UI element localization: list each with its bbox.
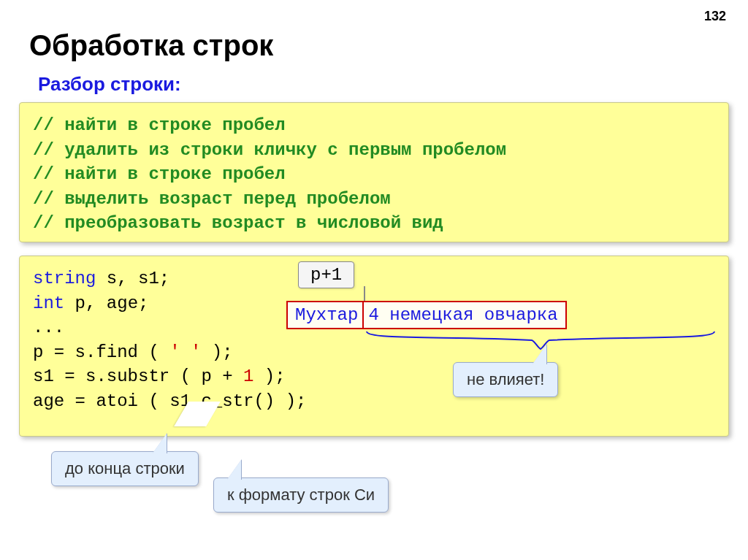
slide-title: Обработка строк [29, 29, 273, 62]
comments-box: // найти в строке пробел // удалить из с… [19, 102, 729, 242]
string-separator [362, 302, 364, 328]
code-line-atoi: age = atoi ( s1.c_str() ); [33, 389, 715, 414]
example-string-left: Мухтар [295, 305, 358, 325]
bubble-c-format: к формату строк Си [213, 477, 389, 513]
example-string-box: Мухтар 4 немецкая овчарка [286, 301, 567, 329]
keyword-int: int [33, 294, 64, 313]
pointer-label-box: p+1 [298, 261, 354, 288]
char-literal: ' ' [169, 342, 201, 362]
bubble-tail [532, 345, 546, 365]
code-line-substr: s1 = s.substr ( p + 1 ); [33, 364, 715, 389]
atoi-pre: age = atoi ( s1 [33, 391, 191, 411]
keyword-string: string [33, 269, 96, 288]
code-line-decl-string: string s, s1; [33, 266, 715, 291]
atoi-post: _str() ); [212, 391, 307, 411]
decl-rest: p, age; [64, 294, 148, 313]
comment-line: // найти в строке пробел [33, 113, 715, 138]
comment-line: // найти в строке пробел [33, 162, 715, 187]
bubble-tail [152, 434, 167, 454]
example-string-right: 4 немецкая овчарка [368, 305, 557, 325]
bubble-tail [226, 460, 241, 480]
bubble-to-end: до конца строки [51, 451, 199, 486]
comment-line: // удалить из строки кличку с первым про… [33, 138, 715, 163]
substr-post: ); [253, 367, 285, 386]
decl-rest: s, s1; [96, 269, 169, 288]
find-pre: p = s.find ( [33, 342, 169, 362]
substr-pre: s1 = s.substr ( p + [33, 367, 243, 386]
num-literal: 1 [243, 367, 253, 386]
slide-subtitle: Разбор строки: [38, 73, 181, 96]
bubble-not-affect: не влияет! [453, 362, 558, 397]
page-number: 132 [704, 9, 726, 24]
comment-line: // преобразовать возраст в числовой вид [33, 211, 715, 236]
connector-line [364, 286, 365, 301]
find-post: ); [201, 342, 232, 362]
comment-line: // выделить возраст перед пробелом [33, 187, 715, 212]
